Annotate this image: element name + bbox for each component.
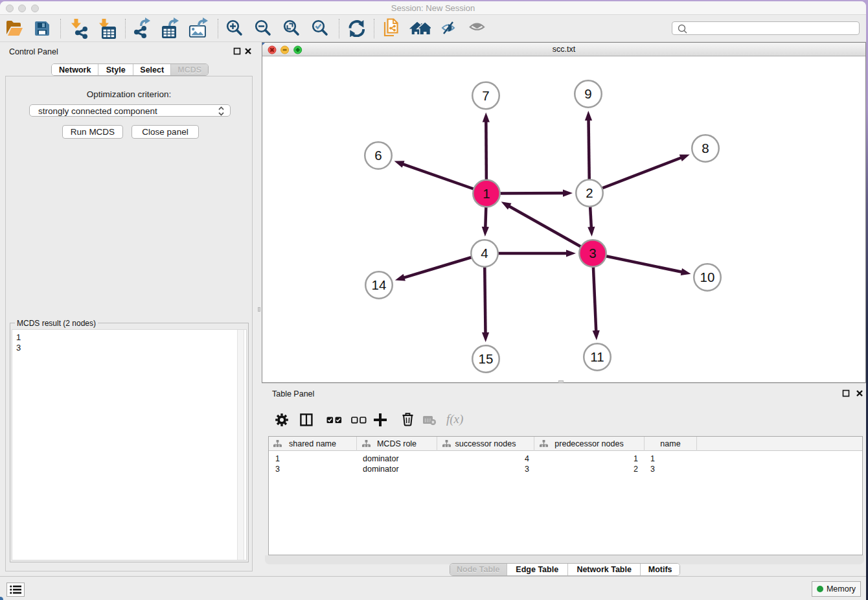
svg-text:4: 4 <box>481 246 488 260</box>
svg-text:14: 14 <box>372 277 387 292</box>
svg-text:9: 9 <box>584 86 591 101</box>
svg-text:7: 7 <box>482 88 489 103</box>
svg-text:15: 15 <box>479 351 494 366</box>
svg-text:10: 10 <box>700 270 715 284</box>
svg-text:8: 8 <box>702 141 709 156</box>
svg-text:11: 11 <box>590 349 604 364</box>
svg-text:6: 6 <box>374 148 382 163</box>
svg-text:3: 3 <box>589 246 596 260</box>
svg-text:2: 2 <box>586 185 593 200</box>
svg-text:1: 1 <box>483 186 490 201</box>
